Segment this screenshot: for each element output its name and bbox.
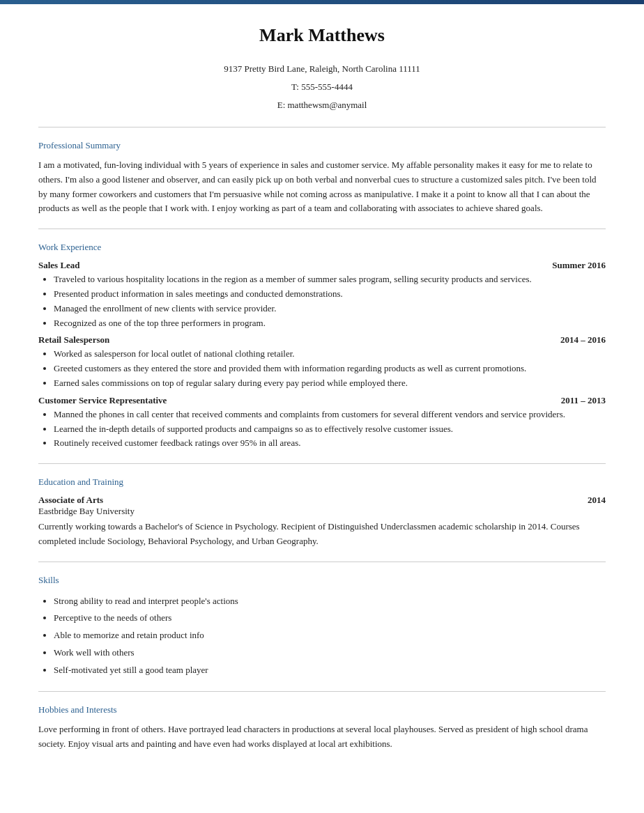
edu-degree: Associate of Arts — [38, 495, 103, 506]
edu-header: Associate of Arts 2014 — [38, 495, 606, 506]
divider-2 — [38, 229, 606, 229]
work-experience-title: Work Experience — [38, 242, 606, 253]
job-3-bullets: Manned the phones in call center that re… — [38, 408, 606, 451]
list-item: Able to memorize and retain product info — [54, 627, 606, 644]
job-1-title: Sales Lead — [38, 260, 80, 271]
list-item: Greeted customers as they entered the st… — [54, 362, 606, 376]
professional-summary-section: Professional Summary I am a motivated, f… — [38, 140, 606, 216]
list-item: Work well with others — [54, 644, 606, 662]
job-3: Customer Service Representative 2011 – 2… — [38, 395, 606, 451]
list-item: Strong ability to read and interpret peo… — [54, 593, 606, 610]
resume-page: Mark Matthews 9137 Pretty Bird Lane, Ral… — [0, 0, 644, 813]
job-3-date: 2011 – 2013 — [561, 395, 606, 406]
job-2-bullets: Worked as salesperson for local outlet o… — [38, 347, 606, 390]
list-item: Self-motivated yet still a good team pla… — [54, 662, 606, 679]
hobbies-title: Hobbies and Interests — [38, 704, 606, 715]
job-2-header: Retail Salesperson 2014 – 2016 — [38, 334, 606, 346]
list-item: Manned the phones in call center that re… — [54, 408, 606, 422]
email: E: matthewsm@anymail — [38, 96, 606, 114]
job-3-title: Customer Service Representative — [38, 395, 167, 406]
edu-school: Eastbridge Bay University — [38, 506, 606, 517]
education-section: Education and Training Associate of Arts… — [38, 477, 606, 549]
list-item: Presented product information in sales m… — [54, 287, 606, 302]
education-title: Education and Training — [38, 477, 606, 488]
header-section: Mark Matthews 9137 Pretty Bird Lane, Ral… — [38, 25, 606, 114]
job-1-header: Sales Lead Summer 2016 — [38, 260, 606, 271]
job-2-date: 2014 – 2016 — [560, 334, 606, 346]
list-item: Earned sales commissions on top of regul… — [54, 376, 606, 391]
job-1-bullets: Traveled to various hospitality location… — [38, 272, 606, 330]
professional-summary-body: I am a motivated, fun-loving individual … — [38, 158, 606, 216]
list-item: Managed the enrollment of new clients wi… — [54, 302, 606, 316]
divider-1 — [38, 127, 606, 127]
skills-title: Skills — [38, 575, 606, 586]
list-item: Worked as salesperson for local outlet o… — [54, 347, 606, 362]
skills-section: Skills Strong ability to read and interp… — [38, 575, 606, 679]
hobbies-section: Hobbies and Interests Love performing in… — [38, 704, 606, 752]
contact-info: 9137 Pretty Bird Lane, Raleigh, North Ca… — [38, 60, 606, 114]
professional-summary-title: Professional Summary — [38, 140, 606, 151]
work-experience-section: Work Experience Sales Lead Summer 2016 T… — [38, 242, 606, 451]
list-item: Recognized as one of the top three perfo… — [54, 316, 606, 331]
list-item: Traveled to various hospitality location… — [54, 272, 606, 287]
list-item: Learned the in-depth details of supporte… — [54, 422, 606, 437]
list-item: Perceptive to the needs of others — [54, 610, 606, 627]
divider-3 — [38, 463, 606, 464]
hobbies-body: Love performing in front of others. Have… — [38, 722, 606, 752]
job-3-header: Customer Service Representative 2011 – 2… — [38, 395, 606, 406]
job-2-title: Retail Salesperson — [38, 334, 109, 346]
candidate-name: Mark Matthews — [38, 25, 606, 46]
phone: T: 555-555-4444 — [38, 78, 606, 96]
edu-year: 2014 — [588, 495, 606, 506]
job-1-date: Summer 2016 — [552, 260, 606, 271]
job-2: Retail Salesperson 2014 – 2016 Worked as… — [38, 334, 606, 390]
list-item: Routinely received customer feedback rat… — [54, 436, 606, 451]
skills-list: Strong ability to read and interpret peo… — [38, 593, 606, 679]
address: 9137 Pretty Bird Lane, Raleigh, North Ca… — [38, 60, 606, 78]
edu-description: Currently working towards a Bachelor's o… — [38, 520, 606, 549]
divider-5 — [38, 691, 606, 692]
divider-4 — [38, 562, 606, 562]
job-1: Sales Lead Summer 2016 Traveled to vario… — [38, 260, 606, 330]
